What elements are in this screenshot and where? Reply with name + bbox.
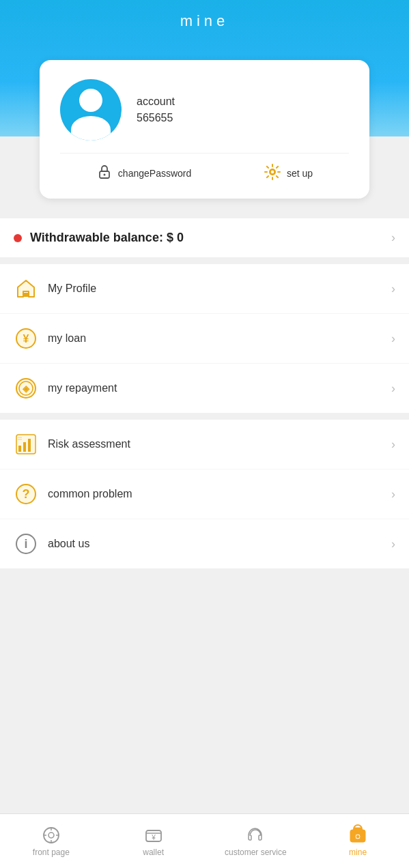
avatar-body	[71, 116, 111, 141]
balance-chevron-icon: ›	[391, 231, 395, 245]
wallet-icon: ¥	[144, 826, 163, 845]
about-us-chevron-icon: ›	[391, 537, 395, 551]
mine-nav-label: mine	[349, 848, 367, 857]
my-repayment-label: my repayment	[48, 382, 391, 394]
bottom-nav: front page ¥ wallet customer service	[0, 813, 409, 868]
menu-item-my-loan[interactable]: ¥ my loan ›	[0, 314, 409, 364]
menu-item-risk-assessment[interactable]: Risk assessment ›	[0, 420, 409, 469]
nav-item-mine[interactable]: mine	[307, 826, 409, 857]
nav-item-front-page[interactable]: front page	[0, 826, 102, 857]
menu-item-my-profile[interactable]: My Profile ›	[0, 264, 409, 314]
svg-rect-4	[23, 293, 29, 297]
svg-rect-13	[28, 439, 31, 452]
info-circle-icon: i	[14, 532, 38, 556]
house-icon	[14, 276, 38, 301]
my-repayment-chevron-icon: ›	[391, 381, 395, 396]
menu-item-about-us[interactable]: i about us ›	[0, 519, 409, 568]
balance-text: Withdrawable balance: $ 0	[30, 231, 391, 245]
menu-item-my-repayment[interactable]: ◈ my repayment ›	[0, 364, 409, 413]
customer-service-icon	[246, 826, 265, 845]
svg-text:?: ?	[23, 487, 30, 501]
change-password-button[interactable]: changePassword	[96, 164, 191, 183]
svg-rect-11	[18, 446, 21, 452]
lock-icon	[96, 164, 113, 183]
chart-icon	[14, 432, 38, 457]
front-page-icon	[42, 826, 61, 845]
profile-actions: changePassword set up	[60, 153, 349, 184]
nav-item-customer-service[interactable]: customer service	[205, 826, 307, 857]
avatar-inner	[60, 79, 122, 141]
setup-button[interactable]: set up	[264, 163, 313, 184]
my-loan-label: my loan	[48, 332, 391, 345]
menu-item-common-problem[interactable]: ? common problem ›	[0, 469, 409, 519]
about-us-label: about us	[48, 538, 391, 550]
svg-text:i: i	[24, 537, 27, 551]
mine-icon	[348, 826, 367, 845]
svg-point-1	[103, 174, 105, 176]
risk-assessment-chevron-icon: ›	[391, 437, 395, 452]
balance-row[interactable]: Withdrawable balance: $ 0 ›	[0, 218, 409, 257]
svg-text:¥: ¥	[151, 834, 156, 841]
my-profile-chevron-icon: ›	[391, 282, 395, 296]
svg-point-29	[356, 835, 359, 838]
change-password-label: changePassword	[118, 168, 191, 179]
profile-info: account 565655	[137, 96, 175, 124]
wallet-nav-label: wallet	[143, 848, 164, 857]
avatar	[60, 79, 122, 141]
setup-label: set up	[287, 168, 313, 179]
customer-service-nav-label: customer service	[225, 848, 287, 857]
common-problem-chevron-icon: ›	[391, 487, 395, 502]
main-content: Withdrawable balance: $ 0 › My Profile ›…	[0, 218, 409, 813]
risk-assessment-label: Risk assessment	[48, 438, 391, 450]
svg-point-19	[48, 833, 54, 838]
yen-circle-icon: ¥	[14, 326, 38, 351]
header-title: mine	[180, 12, 229, 30]
menu-section-2: Risk assessment › ? common problem › i a…	[0, 420, 409, 568]
account-id: 565655	[137, 112, 175, 124]
my-loan-chevron-icon: ›	[391, 332, 395, 346]
svg-point-3	[270, 170, 274, 174]
svg-rect-27	[354, 828, 362, 831]
question-circle-icon: ?	[14, 482, 38, 506]
menu-section-1: My Profile › ¥ my loan › ◈ my repayme	[0, 264, 409, 413]
profile-card: account 565655 changePassword	[40, 60, 369, 199]
common-problem-label: common problem	[48, 488, 391, 500]
gear-icon	[264, 163, 281, 184]
avatar-head	[79, 89, 102, 112]
profile-top: account 565655	[60, 79, 349, 141]
svg-text:◈: ◈	[22, 384, 30, 394]
svg-rect-12	[23, 442, 26, 452]
my-profile-label: My Profile	[48, 283, 391, 295]
svg-text:¥: ¥	[23, 333, 29, 345]
red-dot-icon	[14, 234, 22, 242]
coin-icon: ◈	[14, 376, 38, 401]
account-label: account	[137, 96, 175, 108]
front-page-nav-label: front page	[33, 848, 70, 857]
nav-item-wallet[interactable]: ¥ wallet	[102, 826, 205, 857]
